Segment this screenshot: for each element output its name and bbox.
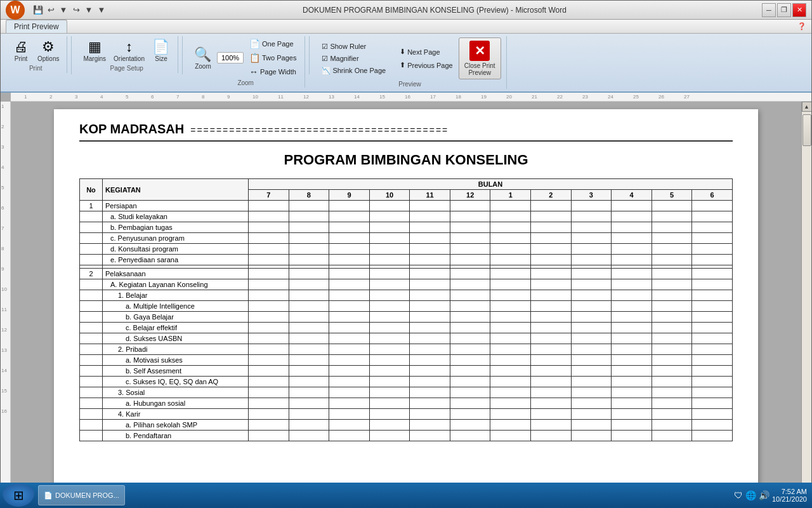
- cell-month: [289, 387, 329, 398]
- undo-button[interactable]: ↩: [45, 4, 56, 16]
- cell-month: [571, 344, 612, 355]
- title-bar: W 💾 ↩ ▼ ↪ ▼ ▼ DOKUMEN PROGRAM BIMBINGAN …: [1, 1, 811, 20]
- show-ruler-checkbox[interactable]: [322, 43, 328, 51]
- vruler-tick-2: 2: [1, 122, 4, 132]
- preview-group: Show Ruler Magnifier 📉 Shrink One Page ⬇…: [313, 36, 506, 89]
- clock-date: 10/21/2020: [772, 495, 807, 503]
- zoom-display: 100%: [217, 52, 244, 64]
- restore-button[interactable]: ❐: [777, 3, 791, 17]
- orientation-icon: ↕: [126, 39, 133, 55]
- clock: 7:52 AM 10/21/2020: [772, 488, 807, 503]
- cell-month: [692, 420, 733, 431]
- cell-month: [612, 279, 652, 290]
- cell-month: [369, 269, 410, 279]
- cell-month: [450, 431, 490, 441]
- previous-page-button[interactable]: ⬆ Previous Page: [396, 60, 456, 70]
- cell-month: [652, 211, 692, 222]
- cell-month: [450, 420, 490, 431]
- page-and-vscroll: KOP MADRASAH ===========================…: [11, 102, 811, 497]
- options-button[interactable]: ⚙ Options: [35, 37, 62, 64]
- cell-kegiatan: d. Konsultasi program: [103, 244, 249, 255]
- taskbar-word-app[interactable]: 📄 DOKUMEN PROG...: [38, 485, 125, 505]
- shrink-one-page-button[interactable]: 📉 Shrink One Page: [318, 65, 389, 76]
- cell-month: [692, 255, 733, 265]
- redo-button[interactable]: ↪: [70, 4, 82, 16]
- cell-month: [612, 431, 652, 441]
- cell-month: [249, 244, 289, 255]
- zoom-button[interactable]: 🔍 Zoom: [192, 45, 214, 71]
- col-header-kegiatan: KEGIATAN: [103, 179, 249, 201]
- cell-month: [490, 377, 531, 387]
- minimize-button[interactable]: ─: [762, 3, 776, 17]
- cell-month: [410, 244, 450, 255]
- customize-qat[interactable]: ▼: [96, 4, 107, 16]
- page-width-icon: ↔: [249, 67, 258, 77]
- zoom-icon-label: Zoom: [195, 63, 211, 70]
- vscroll-track[interactable]: [802, 112, 812, 487]
- month-header-4: 4: [612, 190, 652, 201]
- vscroll-grip[interactable]: [802, 114, 811, 146]
- vscroll-up-arrow[interactable]: ▲: [802, 102, 812, 112]
- cell-month: [410, 233, 450, 244]
- cell-month: [612, 290, 652, 301]
- close-button[interactable]: ✕: [792, 3, 806, 17]
- start-button[interactable]: ⊞: [3, 484, 34, 507]
- cell-month: [571, 233, 612, 244]
- cell-no: [80, 233, 103, 244]
- cell-kegiatan: a. Hubungan sosial: [103, 398, 249, 409]
- table-row: 1Persiapan: [80, 201, 733, 211]
- page-width-button[interactable]: ↔ Page Width: [246, 65, 299, 78]
- two-pages-label: Two Pages: [262, 54, 296, 62]
- two-pages-button[interactable]: 📋 Two Pages: [246, 51, 299, 64]
- help-icon[interactable]: ❓: [797, 22, 806, 30]
- cell-month: [450, 211, 490, 222]
- vruler-tick-12: 12: [1, 325, 7, 335]
- cell-month: [531, 387, 572, 398]
- cell-kegiatan: 4. Karir: [103, 409, 249, 420]
- cell-month: [329, 377, 370, 387]
- cell-month: [531, 323, 572, 333]
- next-page-label: Next Page: [407, 48, 440, 56]
- cell-month: [289, 211, 329, 222]
- cell-month: [410, 409, 450, 420]
- redo-arrow[interactable]: ▼: [83, 4, 95, 16]
- cell-month: [329, 255, 370, 265]
- size-button[interactable]: 📄 Size: [150, 37, 173, 64]
- office-logo[interactable]: W: [6, 1, 25, 20]
- main-table: No KEGIATAN BULAN 789101112123456 1Persi…: [79, 178, 733, 441]
- one-page-button[interactable]: 📄 One Page: [246, 37, 299, 50]
- cell-month: [289, 290, 329, 301]
- vruler-tick-1: 1: [1, 102, 4, 112]
- cell-month: [652, 222, 692, 233]
- save-button[interactable]: 💾: [32, 4, 44, 16]
- table-row: 2Pelaksanaan: [80, 269, 733, 279]
- cell-month: [531, 269, 572, 279]
- print-button[interactable]: 🖨 Print: [10, 37, 32, 64]
- next-page-button[interactable]: ⬇ Next Page: [396, 46, 456, 57]
- print-preview-tab[interactable]: Print Preview: [6, 20, 67, 33]
- page-scroll-area[interactable]: KOP MADRASAH ===========================…: [11, 102, 801, 497]
- print-group-label: Print: [29, 65, 43, 72]
- cell-month: [571, 269, 612, 279]
- magnifier-checkbox[interactable]: [322, 55, 328, 63]
- table-row: b. Pembagian tugas: [80, 222, 733, 233]
- undo-arrow[interactable]: ▼: [58, 4, 69, 16]
- magnifier-button[interactable]: Magnifier: [318, 53, 389, 64]
- cell-month: [329, 344, 370, 355]
- show-ruler-button[interactable]: Show Ruler: [318, 41, 389, 52]
- print-icon: 🖨: [14, 39, 28, 55]
- cell-month: [490, 201, 531, 211]
- cell-month: [490, 409, 531, 420]
- month-header-11: 11: [410, 190, 450, 201]
- cell-month: [571, 323, 612, 333]
- cell-no: [80, 344, 103, 355]
- antivirus-icon: 🛡: [734, 490, 743, 500]
- vruler-tick-8: 8: [1, 244, 4, 254]
- table-row: b. Gaya Belajar: [80, 312, 733, 323]
- margins-button[interactable]: ▦ Margins: [81, 37, 108, 64]
- close-print-preview-button[interactable]: ✕ Close PrintPreview: [459, 37, 501, 79]
- orientation-button[interactable]: ↕ Orientation: [111, 37, 147, 64]
- close-preview-x-icon: ✕: [469, 41, 490, 61]
- zoom-group: 🔍 Zoom 100% 📄 One Page 📋 Two Pages ↔: [187, 36, 305, 88]
- cell-month: [450, 244, 490, 255]
